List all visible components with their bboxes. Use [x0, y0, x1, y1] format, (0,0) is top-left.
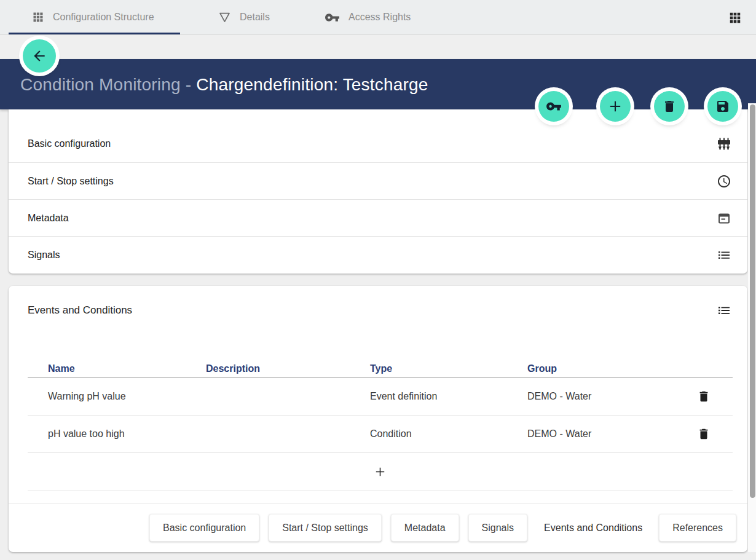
list-icon	[717, 248, 731, 262]
plus-icon	[607, 98, 624, 115]
access-rights-button[interactable]	[538, 91, 569, 122]
table-header-row: Name Description Type Group	[28, 360, 733, 378]
tab-configuration-structure[interactable]: Configuration Structure	[32, 0, 154, 34]
column-header-type: Type	[370, 363, 527, 374]
delete-row-button[interactable]	[696, 426, 712, 442]
events-table: Name Description Type Group Warning pH v…	[28, 360, 733, 491]
section-basic-configuration[interactable]: Basic configuration	[9, 125, 747, 162]
cell-group: DEMO - Water	[527, 428, 675, 440]
sliders-icon	[717, 136, 731, 151]
top-tab-bar: Configuration Structure Details Access R…	[0, 0, 756, 35]
footer-button-events-and-conditions[interactable]: Events and Conditions	[537, 514, 650, 542]
cell-group: DEMO - Water	[527, 391, 675, 402]
footer-button-basic-configuration[interactable]: Basic configuration	[149, 514, 259, 542]
page-header: Condition Monitoring - Chargendefinition…	[0, 59, 756, 109]
add-row-button[interactable]	[371, 462, 390, 481]
clock-icon	[717, 174, 731, 189]
section-label: Start / Stop settings	[28, 176, 717, 187]
key-icon	[546, 98, 562, 114]
active-tab-indicator	[9, 33, 180, 34]
apps-grid-icon[interactable]	[728, 11, 742, 25]
cell-name: pH value too high	[28, 428, 206, 440]
tab-label: Configuration Structure	[53, 12, 154, 23]
tab-label: Access Rights	[348, 12, 411, 23]
delete-button[interactable]	[654, 91, 685, 122]
funnel-icon	[218, 11, 231, 24]
configuration-sections-card: Basic configuration Start / Stop setting…	[9, 109, 747, 274]
tab-details[interactable]: Details	[218, 0, 270, 34]
arrow-left-icon	[31, 48, 47, 64]
save-icon	[715, 99, 730, 114]
plus-icon	[373, 465, 387, 479]
section-nav-footer: Basic configuration Start / Stop setting…	[9, 503, 747, 552]
key-icon	[325, 10, 340, 25]
section-label: Signals	[28, 250, 717, 261]
column-header-group: Group	[527, 363, 675, 374]
tab-label: Details	[240, 12, 270, 23]
section-signals[interactable]: Signals	[9, 236, 747, 273]
cell-type: Event definition	[370, 391, 527, 402]
trash-icon	[697, 390, 711, 403]
page-title-prefix: Condition Monitoring -	[20, 75, 196, 94]
grid-icon	[32, 11, 44, 23]
footer-button-signals[interactable]: Signals	[468, 514, 527, 542]
save-button[interactable]	[707, 91, 738, 122]
cell-type: Condition	[370, 428, 527, 440]
list-icon[interactable]	[717, 303, 731, 318]
add-button[interactable]	[600, 91, 631, 122]
section-label: Metadata	[28, 213, 717, 224]
events-and-conditions-card: Events and Conditions Name Description T…	[9, 286, 747, 552]
scrollbar-thumb[interactable]	[750, 105, 755, 498]
column-header-description: Description	[206, 363, 370, 374]
section-start-stop-settings[interactable]: Start / Stop settings	[9, 162, 747, 199]
section-label: Basic configuration	[28, 138, 717, 149]
table-row[interactable]: Warning pH value Event definition DEMO -…	[28, 378, 733, 416]
page-title-main: Chargendefinition: Testcharge	[196, 75, 428, 94]
trash-icon	[662, 99, 677, 114]
footer-button-metadata[interactable]: Metadata	[391, 514, 459, 542]
delete-row-button[interactable]	[696, 388, 712, 404]
page-title: Condition Monitoring - Chargendefinition…	[20, 75, 428, 95]
back-button[interactable]	[23, 39, 56, 73]
tab-access-rights[interactable]: Access Rights	[325, 0, 411, 34]
cell-name: Warning pH value	[28, 391, 206, 402]
column-header-name: Name	[28, 363, 206, 374]
footer-button-references[interactable]: References	[659, 514, 736, 542]
table-row[interactable]: pH value too high Condition DEMO - Water	[28, 416, 733, 453]
footer-button-start-stop-settings[interactable]: Start / Stop settings	[269, 514, 382, 542]
calendar-icon	[717, 211, 731, 226]
table-add-row	[28, 453, 733, 491]
section-metadata[interactable]: Metadata	[9, 199, 747, 236]
trash-icon	[697, 427, 711, 441]
events-panel-title: Events and Conditions	[28, 304, 717, 317]
